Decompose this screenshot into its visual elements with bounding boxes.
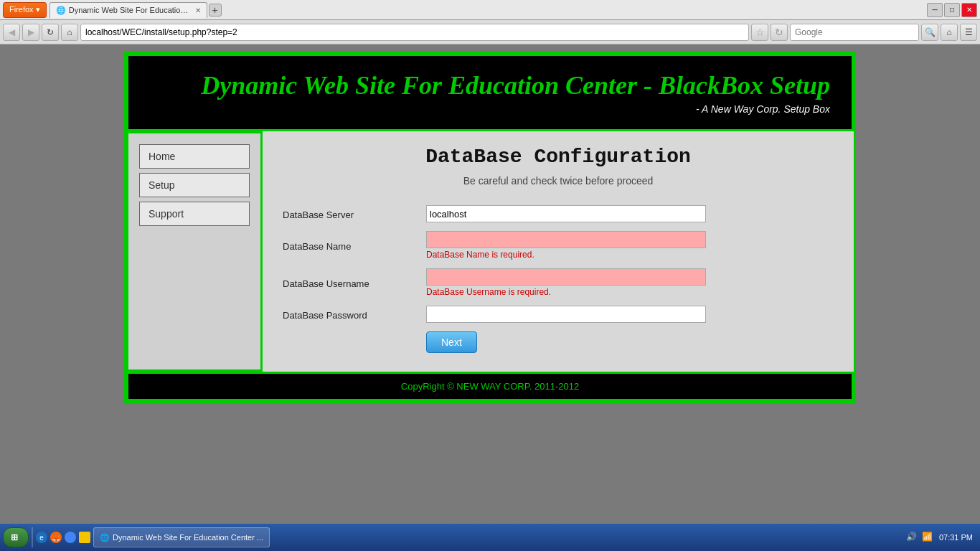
tray-icon-volume[interactable]: 🔊 — [906, 532, 918, 543]
button-cell: Next — [420, 327, 839, 357]
empty-cell — [277, 327, 420, 357]
taskbar-firefox-tab[interactable]: 🌐 Dynamic Web Site For Education Center … — [93, 527, 270, 547]
reload-button[interactable]: ↻ — [42, 24, 59, 41]
tray-icon-1 — [875, 532, 886, 543]
taskbar-ie-icon[interactable]: e — [36, 532, 47, 543]
main-layout: Home Setup Support DataBase Configuratio… — [126, 131, 854, 372]
windows-logo: ⊞ — [11, 532, 18, 542]
tab-title: Dynamic Web Site For Education Center ..… — [69, 6, 191, 14]
start-button[interactable]: ⊞ — [3, 527, 29, 547]
table-row: Next — [277, 327, 839, 357]
form-table: DataBase Server DataBase Name DataBase N… — [277, 201, 839, 357]
taskbar-explorer-icon[interactable] — [79, 532, 90, 543]
bookmark-button[interactable]: ☆ — [751, 24, 768, 41]
home-icon2[interactable]: ⌂ — [941, 24, 958, 41]
tab-favicon: 🌐 — [56, 6, 66, 15]
new-tab-button[interactable]: + — [209, 4, 222, 17]
taskbar-chrome-icon[interactable] — [65, 532, 76, 543]
home-button[interactable]: ⌂ — [61, 24, 78, 41]
browser-tab[interactable]: 🌐 Dynamic Web Site For Education Center … — [50, 2, 207, 18]
taskbar-firefox-icon[interactable]: 🦊 — [50, 532, 62, 543]
footer-text: CopyRight © NEW WAY CORP. 2011-2012 — [401, 381, 579, 392]
taskbar-right: 🔊 📶 07:31 PM — [875, 532, 977, 543]
firefox-button[interactable]: Firefox ▾ — [3, 2, 47, 18]
browser-chrome: Firefox ▾ 🌐 Dynamic Web Site For Educati… — [0, 0, 980, 44]
address-bar[interactable] — [80, 24, 749, 41]
taskbar-divider — [32, 527, 33, 547]
page-subtitle: Be careful and check twice before procee… — [277, 175, 839, 187]
field-cell-name: DataBase Name is required. — [420, 227, 839, 264]
taskbar-tab-icon: 🌐 — [100, 533, 110, 542]
page-content: Dynamic Web Site For Education Center - … — [0, 44, 980, 410]
db-name-error: DataBase Name is required. — [426, 250, 834, 260]
sidebar: Home Setup Support — [126, 131, 263, 372]
back-button[interactable]: ◀ — [3, 24, 20, 41]
field-label-password: DataBase Password — [277, 301, 420, 327]
search-icon[interactable]: 🔍 — [921, 24, 938, 41]
refresh-icon[interactable]: ↻ — [771, 24, 788, 41]
table-row: DataBase Name DataBase Name is required. — [277, 227, 839, 264]
page-title: DataBase Configuration — [277, 146, 839, 168]
tray-icon-2 — [890, 532, 902, 543]
field-label-server: DataBase Server — [277, 201, 420, 227]
site-header: Dynamic Web Site For Education Center - … — [126, 54, 854, 131]
forward-button[interactable]: ▶ — [22, 24, 39, 41]
db-username-input[interactable] — [426, 268, 706, 286]
window-controls: ─ □ ✕ — [927, 3, 977, 17]
field-cell-server — [420, 201, 839, 227]
taskbar: ⊞ e 🦊 🌐 Dynamic Web Site For Education C… — [0, 524, 980, 551]
site-wrapper: Dynamic Web Site For Education Center - … — [124, 52, 856, 403]
minimize-button[interactable]: ─ — [927, 3, 943, 17]
system-clock: 07:31 PM — [939, 533, 973, 542]
db-password-input[interactable] — [426, 306, 706, 323]
system-tray-icons: 🔊 📶 — [875, 532, 933, 543]
field-cell-password — [420, 301, 839, 327]
tab-close-btn[interactable]: ✕ — [195, 6, 201, 14]
field-label-username: DataBase Username — [277, 264, 420, 301]
next-button[interactable]: Next — [426, 331, 477, 353]
close-button[interactable]: ✕ — [961, 3, 977, 17]
site-footer: CopyRight © NEW WAY CORP. 2011-2012 — [126, 372, 854, 401]
table-row: DataBase Password — [277, 301, 839, 327]
field-label-name: DataBase Name — [277, 227, 420, 264]
tray-icon-network[interactable]: 📶 — [922, 532, 933, 543]
maximize-button[interactable]: □ — [944, 3, 960, 17]
sidebar-item-support[interactable]: Support — [139, 202, 250, 226]
table-row: DataBase Username DataBase Username is r… — [277, 264, 839, 301]
taskbar-tab-label: Dynamic Web Site For Education Center ..… — [113, 533, 263, 542]
db-name-input[interactable] — [426, 231, 706, 248]
site-title: Dynamic Web Site For Education Center - … — [150, 70, 830, 100]
search-input[interactable] — [790, 24, 919, 41]
browser-navbar: ◀ ▶ ↻ ⌂ ☆ ↻ 🔍 ⌂ ☰ — [0, 20, 980, 44]
site-subtitle: - A New Way Corp. Setup Box — [150, 103, 830, 115]
field-cell-username: DataBase Username is required. — [420, 264, 839, 301]
db-server-input[interactable] — [426, 205, 706, 222]
content-area: DataBase Configuration Be careful and ch… — [263, 131, 854, 372]
table-row: DataBase Server — [277, 201, 839, 227]
sidebar-item-setup[interactable]: Setup — [139, 173, 250, 197]
sidebar-item-home[interactable]: Home — [139, 144, 250, 169]
browser-titlebar: Firefox ▾ 🌐 Dynamic Web Site For Educati… — [0, 0, 980, 20]
db-username-error: DataBase Username is required. — [426, 287, 834, 297]
menu-button[interactable]: ☰ — [960, 24, 977, 41]
